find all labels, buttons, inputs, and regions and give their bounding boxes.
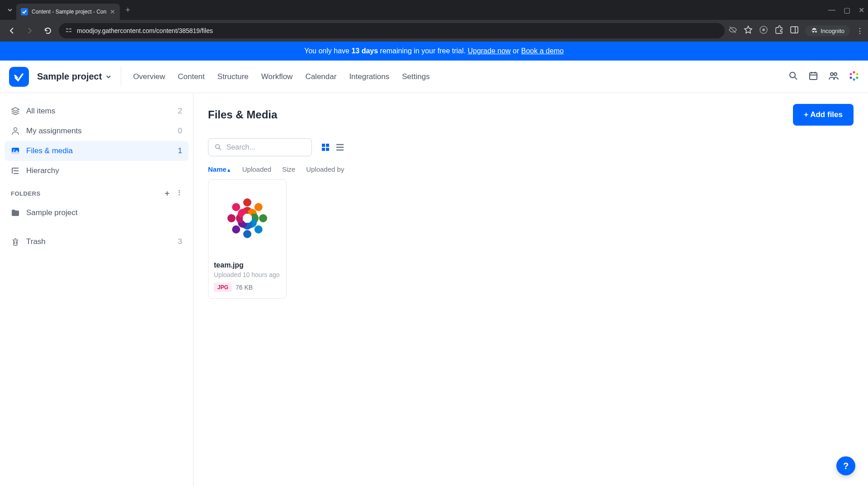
project-selector[interactable]: Sample project <box>37 67 121 87</box>
browser-tab-strip: Content - Sample project - Con ✕ + ― ▢ ✕ <box>0 0 868 20</box>
sidebar: All items 2 My assignments 0 Files & med… <box>0 93 193 486</box>
svg-point-22 <box>14 128 17 131</box>
tab-content[interactable]: Content <box>178 72 205 81</box>
svg-rect-2 <box>66 31 68 32</box>
people-icon[interactable] <box>828 71 839 83</box>
calendar-icon[interactable] <box>808 71 818 83</box>
image-icon <box>11 146 20 155</box>
tab-structure[interactable]: Structure <box>217 72 249 81</box>
tab-close-icon[interactable]: ✕ <box>110 8 115 15</box>
sidebar-count: 1 <box>178 146 182 155</box>
banner-middle: remaining in your free trial. <box>378 47 467 55</box>
folder-label: Sample project <box>26 208 77 217</box>
nav-tabs: Overview Content Structure Workflow Cale… <box>133 72 429 81</box>
main-content: Files & Media +Add files Name▲ Uploaded <box>193 93 868 486</box>
tab-settings[interactable]: Settings <box>402 72 429 81</box>
visibility-off-icon[interactable] <box>728 25 737 36</box>
grid-view-button[interactable] <box>319 141 332 154</box>
bookmark-star-icon[interactable] <box>744 25 753 36</box>
list-view-button[interactable] <box>334 141 346 154</box>
project-name: Sample project <box>37 71 102 82</box>
app-switcher-icon[interactable] <box>849 71 859 83</box>
file-size: 76 KB <box>236 284 253 291</box>
app-logo[interactable] <box>9 67 29 87</box>
svg-point-5 <box>762 28 765 31</box>
extensions-puzzle-icon[interactable] <box>774 25 783 36</box>
sort-size[interactable]: Size <box>282 165 295 173</box>
svg-point-24 <box>14 150 15 151</box>
tab-workflow[interactable]: Workflow <box>261 72 293 81</box>
app-header: Sample project Overview Content Structur… <box>0 61 868 93</box>
sort-uploaded-by[interactable]: Uploaded by <box>306 165 344 173</box>
svg-rect-0 <box>66 28 68 29</box>
reload-button[interactable] <box>41 23 55 38</box>
trash-icon <box>11 237 20 246</box>
side-panel-icon[interactable] <box>790 25 799 36</box>
sidebar-item-hierarchy[interactable]: Hierarchy <box>5 161 189 181</box>
incognito-badge[interactable]: Incognito <box>805 25 850 36</box>
chevron-down-icon <box>105 74 112 80</box>
url-text: moodjoy.gathercontent.com/content/385819… <box>77 27 213 34</box>
upgrade-link[interactable]: Upgrade now <box>467 47 510 55</box>
address-bar[interactable]: moodjoy.gathercontent.com/content/385819… <box>59 23 725 38</box>
new-tab-button[interactable]: + <box>125 5 130 15</box>
svg-rect-31 <box>322 144 325 147</box>
site-settings-icon[interactable] <box>65 27 72 35</box>
add-folder-icon[interactable]: + <box>165 189 170 198</box>
svg-point-44 <box>227 214 236 222</box>
svg-point-40 <box>259 214 267 222</box>
file-type-badge: JPG <box>214 283 232 292</box>
trial-banner: You only have 13 days remaining in your … <box>0 42 868 61</box>
help-button[interactable]: ? <box>836 456 855 475</box>
svg-point-20 <box>850 76 852 79</box>
folder-item[interactable]: Sample project <box>5 203 189 223</box>
sidebar-count: 2 <box>178 107 182 116</box>
browser-toolbar: moodjoy.gathercontent.com/content/385819… <box>0 20 868 42</box>
extension-icon[interactable] <box>759 25 768 36</box>
tab-search-dropdown[interactable] <box>4 4 16 16</box>
search-icon[interactable] <box>788 71 798 83</box>
browser-menu-icon[interactable]: ⋮ <box>856 27 863 35</box>
sidebar-item-all-items[interactable]: All items 2 <box>5 101 189 121</box>
add-files-label: Add files <box>810 110 843 119</box>
sidebar-count: 0 <box>178 127 182 136</box>
sidebar-item-my-assignments[interactable]: My assignments 0 <box>5 121 189 141</box>
search-icon <box>215 143 222 151</box>
tab-title: Content - Sample project - Con <box>32 9 106 15</box>
svg-point-38 <box>243 198 251 206</box>
sidebar-item-files-media[interactable]: Files & media 1 <box>5 141 189 161</box>
file-card[interactable]: team.jpg Uploaded 10 hours ago JPG 76 KB <box>208 179 287 299</box>
tab-integrations[interactable]: Integrations <box>349 72 389 81</box>
tab-overview[interactable]: Overview <box>133 72 165 81</box>
forward-button[interactable] <box>23 23 37 38</box>
maximize-icon[interactable]: ▢ <box>844 6 850 14</box>
search-input[interactable] <box>226 143 305 151</box>
sidebar-label: Hierarchy <box>26 166 59 175</box>
minimize-icon[interactable]: ― <box>828 6 835 14</box>
banner-prefix: You only have <box>304 47 351 55</box>
svg-rect-32 <box>326 144 329 147</box>
svg-rect-6 <box>791 27 798 33</box>
folders-label: FOLDERS <box>11 190 41 197</box>
sidebar-item-trash[interactable]: Trash 3 <box>5 232 189 252</box>
svg-point-15 <box>834 73 837 75</box>
incognito-label: Incognito <box>821 28 844 34</box>
folder-menu-icon[interactable]: ⋮ <box>176 189 183 198</box>
svg-point-19 <box>853 78 855 80</box>
svg-rect-33 <box>322 148 325 151</box>
browser-tab[interactable]: Content - Sample project - Con ✕ <box>16 4 120 20</box>
back-button[interactable] <box>5 23 19 38</box>
banner-or: or <box>511 47 521 55</box>
sidebar-label: My assignments <box>26 127 82 136</box>
add-files-button[interactable]: +Add files <box>793 104 854 126</box>
sort-uploaded[interactable]: Uploaded <box>242 165 271 173</box>
search-box[interactable] <box>208 138 312 156</box>
sort-name[interactable]: Name▲ <box>208 165 231 173</box>
tab-calendar[interactable]: Calendar <box>305 72 336 81</box>
banner-days: 13 days <box>351 47 378 55</box>
tab-favicon <box>21 8 28 15</box>
sort-bar: Name▲ Uploaded Size Uploaded by <box>208 165 854 173</box>
close-window-icon[interactable]: ✕ <box>859 6 864 14</box>
book-demo-link[interactable]: Book a demo <box>521 47 564 55</box>
file-thumbnail <box>208 180 286 257</box>
